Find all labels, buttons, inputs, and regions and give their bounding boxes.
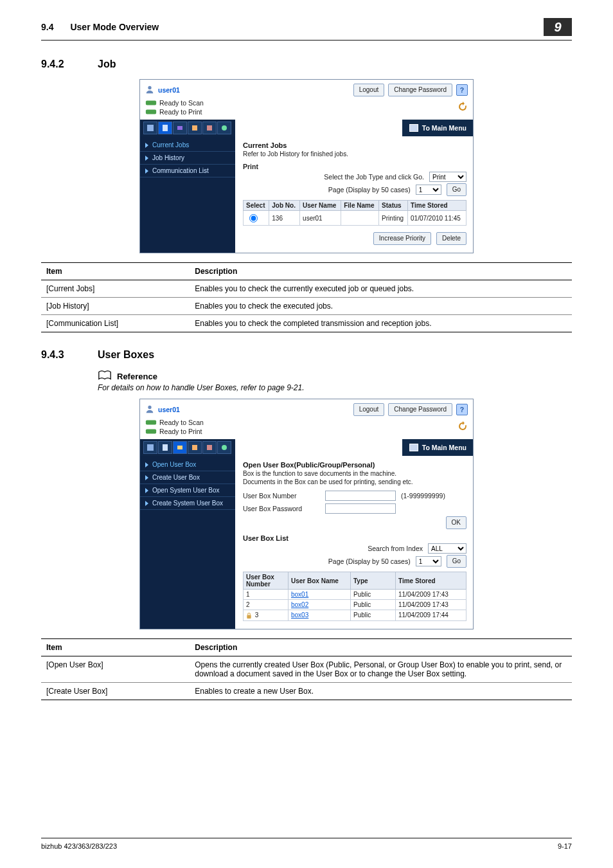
job-description-table: Item Description [Current Jobs] Enables … bbox=[41, 262, 572, 332]
nav-icon-4[interactable] bbox=[188, 122, 202, 134]
to-main-menu[interactable]: To Main Menu bbox=[402, 120, 473, 136]
nav-icon-1[interactable] bbox=[143, 441, 157, 454]
user-box-link[interactable]: box01 bbox=[291, 591, 308, 598]
table-row: 2 box02 Public 11/04/2009 17:43 bbox=[244, 600, 466, 610]
svg-point-17 bbox=[222, 445, 227, 450]
svg-point-8 bbox=[222, 125, 227, 131]
user-box-password-label: User Box Password bbox=[243, 505, 320, 512]
reference-block: Reference bbox=[98, 370, 572, 383]
sidebar-item-create-system-user-box[interactable]: Create System User Box bbox=[140, 497, 235, 510]
sidebar-item-current-jobs[interactable]: Current Jobs bbox=[140, 139, 235, 152]
panel-title: Open User Box(Public/Group/Personal) bbox=[243, 461, 466, 469]
svg-rect-15 bbox=[192, 445, 197, 450]
user-box-link[interactable]: box02 bbox=[291, 601, 308, 608]
nav-icon-3[interactable] bbox=[173, 441, 187, 454]
table-row: [Current Jobs] Enables you to check the … bbox=[41, 280, 572, 298]
svg-point-9 bbox=[148, 406, 151, 409]
page-header: 9.4 User Mode Overview 9 bbox=[41, 18, 572, 41]
menu-icon bbox=[409, 124, 418, 132]
sidebar-item-job-history[interactable]: Job History bbox=[140, 152, 235, 165]
change-password-button[interactable]: Change Password bbox=[388, 84, 452, 96]
col-username: User Name bbox=[300, 201, 341, 211]
col-status: Status bbox=[379, 201, 408, 211]
page-label: Page (Display by 50 cases) bbox=[328, 557, 411, 565]
to-main-menu[interactable]: To Main Menu bbox=[402, 439, 473, 456]
nav-icon-6[interactable] bbox=[217, 122, 231, 134]
user-box-list-table: User Box Number User Box Name Type Time … bbox=[243, 572, 466, 621]
search-index-select[interactable]: ALL bbox=[428, 543, 466, 554]
user-box-password-input[interactable] bbox=[325, 503, 396, 514]
table-row: [Job History] Enables you to check the e… bbox=[41, 298, 572, 315]
nav-icon-4[interactable] bbox=[188, 441, 202, 454]
screenshot-userbox: user01 Logout Change Password ? Ready to… bbox=[139, 399, 474, 629]
print-label: Print bbox=[243, 163, 466, 170]
user-name: user01 bbox=[158, 406, 180, 413]
logout-button[interactable]: Logout bbox=[353, 403, 385, 416]
col-user-box-number: User Box Number bbox=[244, 572, 289, 590]
help-button[interactable]: ? bbox=[456, 84, 468, 96]
subsection-heading-userboxes: 9.4.3 User Boxes bbox=[41, 349, 572, 361]
svg-marker-5 bbox=[177, 126, 182, 130]
table-row: 3 box03 Public 11/04/2009 17:44 bbox=[244, 610, 466, 621]
nav-icon-6[interactable] bbox=[217, 441, 231, 454]
table-row: 136 user01 Printing 01/07/2010 11:45 bbox=[244, 211, 466, 226]
col-item-header: Item bbox=[41, 263, 190, 280]
user-icon bbox=[145, 85, 154, 95]
go-button[interactable]: Go bbox=[447, 555, 466, 568]
sidebar-userbox: Open User Box Create User Box Open Syste… bbox=[140, 456, 235, 629]
nav-icon-3[interactable] bbox=[173, 122, 187, 134]
svg-rect-18 bbox=[247, 615, 251, 618]
current-user: user01 bbox=[145, 404, 180, 415]
sidebar-item-create-user-box[interactable]: Create User Box bbox=[140, 471, 235, 484]
lock-icon bbox=[246, 611, 253, 619]
nav-icon-strip bbox=[140, 439, 235, 456]
refresh-icon[interactable] bbox=[458, 102, 468, 113]
help-button[interactable]: ? bbox=[456, 404, 468, 415]
list-title: User Box List bbox=[243, 534, 466, 542]
sidebar-item-open-user-box[interactable]: Open User Box bbox=[140, 458, 235, 471]
svg-rect-6 bbox=[192, 125, 197, 131]
col-select: Select bbox=[244, 201, 269, 211]
svg-rect-11 bbox=[146, 429, 156, 433]
sidebar-item-open-system-user-box[interactable]: Open System User Box bbox=[140, 484, 235, 497]
nav-icon-2[interactable] bbox=[158, 441, 172, 454]
refresh-icon[interactable] bbox=[458, 421, 468, 433]
change-password-button[interactable]: Change Password bbox=[388, 403, 452, 416]
logout-button[interactable]: Logout bbox=[353, 84, 385, 96]
col-type: Type bbox=[351, 572, 396, 590]
status-scan: Ready to Scan bbox=[145, 99, 204, 107]
page-select[interactable]: 1 bbox=[416, 185, 441, 195]
ok-button[interactable]: OK bbox=[446, 516, 466, 529]
col-jobno: Job No. bbox=[269, 201, 300, 211]
svg-rect-7 bbox=[207, 125, 212, 131]
status-print: Ready to Print bbox=[145, 428, 204, 435]
jobtype-select[interactable]: Print bbox=[429, 172, 466, 182]
svg-rect-4 bbox=[163, 125, 168, 131]
nav-icon-5[interactable] bbox=[202, 441, 217, 454]
panel-subtext-2: Documents in the Box can be used for pri… bbox=[243, 478, 466, 485]
reference-note: For details on how to handle User Boxes,… bbox=[98, 383, 572, 392]
svg-point-0 bbox=[148, 86, 151, 89]
delete-button[interactable]: Delete bbox=[436, 232, 466, 245]
user-box-number-input[interactable] bbox=[325, 491, 396, 501]
panel-subtext-1: Box is the function to save documents in… bbox=[243, 470, 466, 477]
panel-title: Current Jobs bbox=[243, 141, 466, 149]
go-button[interactable]: Go bbox=[447, 183, 466, 196]
page-select[interactable]: 1 bbox=[416, 556, 441, 566]
col-user-box-name: User Box Name bbox=[289, 572, 351, 590]
footer-pageno: 9-17 bbox=[558, 842, 572, 850]
user-box-link[interactable]: box03 bbox=[291, 611, 308, 619]
nav-icon-1[interactable] bbox=[143, 122, 157, 134]
menu-icon bbox=[409, 444, 418, 451]
nav-icon-2[interactable] bbox=[158, 122, 172, 134]
sidebar-item-communication-list[interactable]: Communication List bbox=[140, 165, 235, 177]
col-timestored: Time Stored bbox=[408, 201, 466, 211]
row-select-radio[interactable] bbox=[249, 214, 258, 222]
section-number: 9.4 bbox=[41, 22, 53, 32]
subsection-title: Job bbox=[98, 59, 116, 70]
nav-icon-5[interactable] bbox=[202, 122, 217, 134]
user-icon bbox=[145, 404, 154, 415]
subsection-heading-job: 9.4.2 Job bbox=[41, 59, 572, 70]
user-box-number-label: User Box Number bbox=[243, 492, 320, 500]
increase-priority-button[interactable]: Increase Priority bbox=[373, 232, 431, 245]
